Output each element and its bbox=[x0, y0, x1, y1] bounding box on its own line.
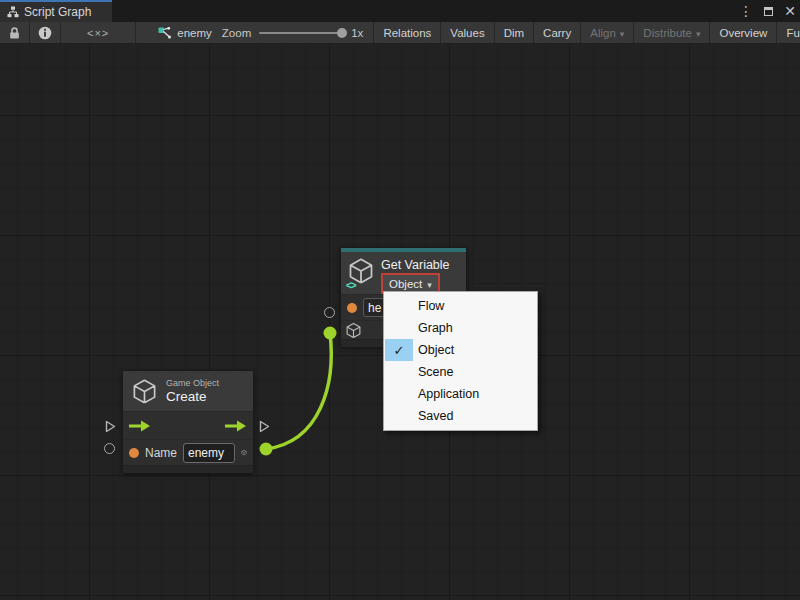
dim-button[interactable]: Dim bbox=[495, 22, 534, 43]
create-node-category: Game Object bbox=[166, 378, 219, 389]
window-controls: ⋮ ✕ bbox=[738, 0, 798, 22]
name-param-label: Name bbox=[145, 446, 177, 460]
distribute-button: Distribute ▾ bbox=[634, 22, 710, 43]
window-maximize-button[interactable] bbox=[760, 3, 776, 19]
chevron-down-icon: ▾ bbox=[696, 29, 701, 39]
tab-script-graph[interactable]: Script Graph bbox=[0, 0, 112, 22]
create-node-title: Create bbox=[166, 389, 219, 405]
connected-port-dot-input bbox=[324, 327, 337, 340]
string-port-dot[interactable] bbox=[129, 448, 139, 458]
menu-item-saved[interactable]: Saved bbox=[384, 405, 537, 427]
tab-bar: Script Graph ⋮ ✕ bbox=[0, 0, 800, 22]
flow-out-arrow-icon[interactable] bbox=[225, 420, 247, 432]
flow-in-arrow-icon[interactable] bbox=[129, 420, 151, 432]
script-graph-window: Script Graph ⋮ ✕ <×> bbox=[0, 0, 800, 600]
name-input-field[interactable] bbox=[183, 443, 235, 463]
code-brackets-icon: <> bbox=[346, 280, 356, 291]
window-menu-button[interactable]: ⋮ bbox=[738, 3, 754, 19]
carry-button[interactable]: Carry bbox=[534, 22, 581, 43]
connected-port-dot-output bbox=[260, 443, 273, 456]
graph-toolbar: <×> enemy Zoom 1x Relations Values Dim C… bbox=[0, 22, 800, 44]
zoom-value: 1x bbox=[351, 27, 363, 39]
value-input-port[interactable] bbox=[324, 307, 335, 318]
breadcrumb[interactable]: enemy bbox=[148, 22, 222, 43]
graph-canvas[interactable]: <> Get Variable Object ▾ bbox=[0, 44, 800, 600]
info-button[interactable] bbox=[30, 22, 61, 43]
check-icon: ✓ bbox=[385, 339, 413, 361]
window-close-button[interactable]: ✕ bbox=[782, 3, 798, 19]
name-param-row: Name bbox=[123, 439, 253, 465]
variable-kind-menu: Flow Graph ✓ Object Scene Application Sa… bbox=[383, 291, 538, 431]
chevron-down-icon: ▾ bbox=[427, 280, 432, 290]
menu-item-scene[interactable]: Scene bbox=[384, 361, 537, 383]
get-variable-title: Get Variable bbox=[381, 257, 450, 273]
flow-row bbox=[123, 411, 253, 439]
create-node-footer bbox=[123, 465, 253, 473]
variable-kind-value: Object bbox=[389, 278, 422, 290]
menu-item-flow[interactable]: Flow bbox=[384, 295, 537, 317]
get-variable-header: <> Get Variable Object ▾ bbox=[341, 252, 466, 294]
zoom-label: Zoom bbox=[222, 27, 251, 39]
string-port-dot[interactable] bbox=[347, 303, 357, 313]
full-screen-button[interactable]: Full Screen bbox=[777, 22, 800, 43]
value-input-port[interactable] bbox=[104, 443, 115, 454]
gameobject-cube-icon bbox=[131, 378, 158, 405]
menu-item-application[interactable]: Application bbox=[384, 383, 537, 405]
maximize-icon bbox=[764, 7, 773, 16]
gameobject-output-cube-icon[interactable] bbox=[241, 444, 247, 461]
flow-output-port[interactable] bbox=[259, 420, 270, 433]
overview-button[interactable]: Overview bbox=[710, 22, 777, 43]
gameobject-cube-icon bbox=[345, 322, 362, 339]
menu-item-graph[interactable]: Graph bbox=[384, 317, 537, 339]
lock-button[interactable] bbox=[0, 22, 30, 43]
graph-asset-icon bbox=[158, 27, 172, 39]
zoom-slider[interactable] bbox=[259, 32, 343, 34]
wire-gameobject-to-getvariable bbox=[266, 333, 331, 449]
distribute-label: Distribute bbox=[643, 27, 692, 39]
lock-icon bbox=[8, 26, 21, 40]
breadcrumb-label: enemy bbox=[177, 27, 212, 39]
info-icon bbox=[38, 26, 52, 40]
flow-input-port[interactable] bbox=[105, 420, 116, 433]
zoom-control: Zoom 1x bbox=[222, 22, 374, 43]
variable-cube-icon: <> bbox=[347, 257, 375, 289]
chevron-down-icon: ▾ bbox=[620, 29, 625, 39]
relations-button[interactable]: Relations bbox=[373, 22, 441, 43]
graph-hierarchy-icon bbox=[7, 6, 19, 18]
tab-title: Script Graph bbox=[24, 5, 91, 19]
code-icon: <×> bbox=[87, 27, 109, 39]
menu-item-object[interactable]: ✓ Object bbox=[384, 339, 537, 361]
align-button: Align ▾ bbox=[581, 22, 634, 43]
create-node-header: Game Object Create bbox=[123, 371, 253, 411]
create-gameobject-node[interactable]: Game Object Create Name bbox=[122, 370, 254, 473]
menu-item-object-label: Object bbox=[418, 343, 454, 357]
edit-script-button[interactable]: <×> bbox=[61, 22, 136, 43]
zoom-slider-thumb[interactable] bbox=[337, 28, 347, 38]
values-button[interactable]: Values bbox=[441, 22, 494, 43]
align-label: Align bbox=[590, 27, 616, 39]
